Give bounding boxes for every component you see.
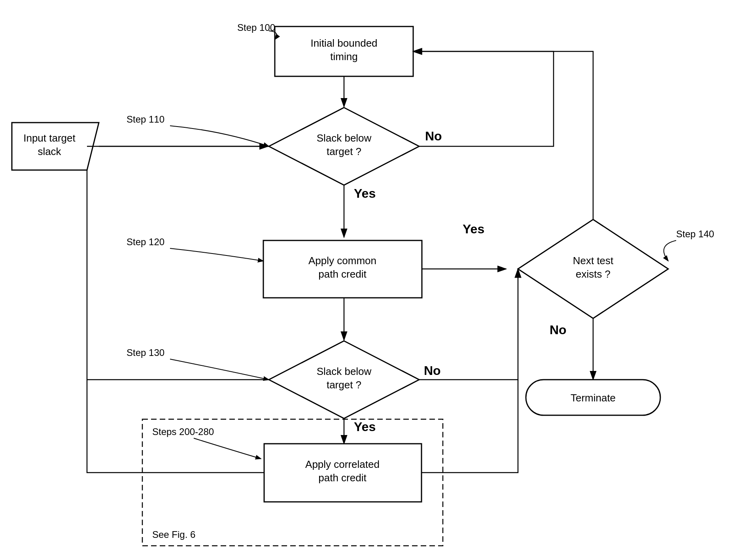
diamond1-label1: Slack below xyxy=(317,132,372,144)
initial-bounded-timing-label2: timing xyxy=(330,51,357,62)
next-test-label1: Next test xyxy=(573,255,614,267)
yes2-label: Yes xyxy=(354,420,376,434)
no3-label: No xyxy=(550,323,567,337)
no1-label: No xyxy=(425,129,442,143)
next-test-label2: exists ? xyxy=(576,268,610,280)
no2-label: No xyxy=(424,363,441,378)
step-140-label: Step 140 xyxy=(676,229,714,239)
yes1-label: Yes xyxy=(354,186,376,201)
step140-arrow xyxy=(664,240,676,261)
initial-bounded-timing-label1: Initial bounded xyxy=(310,37,377,49)
step120-arrow xyxy=(170,248,263,261)
step110-arrow xyxy=(170,126,269,146)
terminate-label: Terminate xyxy=(571,392,616,404)
input-target-slack-label1: Input target xyxy=(23,132,76,144)
diamond2-label2: target ? xyxy=(327,379,361,391)
diagram-container: Initial bounded timing Step 100 Slack be… xyxy=(0,0,739,560)
yes3-label: Yes xyxy=(463,222,484,236)
apply-correlated-label2: path credit xyxy=(318,472,367,484)
step130-arrow xyxy=(170,359,269,380)
apply-correlated-label1: Apply correlated xyxy=(305,458,380,470)
diamond2-label1: Slack below xyxy=(317,365,372,377)
see-fig6-label: See Fig. 6 xyxy=(152,529,195,540)
step-120-label: Step 120 xyxy=(127,236,164,247)
arrow-correlated-to-no2-path xyxy=(421,380,518,473)
step-130-label: Step 130 xyxy=(127,347,164,358)
steps200-280-arrow xyxy=(194,438,261,459)
apply-common-label1: Apply common xyxy=(308,255,376,267)
steps-200-280-label: Steps 200-280 xyxy=(152,426,214,437)
input-target-slack-label2: slack xyxy=(38,146,61,157)
arrow-no2-path xyxy=(419,269,518,380)
diamond1-label2: target ? xyxy=(327,146,361,157)
flowchart-svg: Initial bounded timing Step 100 Slack be… xyxy=(0,0,739,560)
apply-common-label2: path credit xyxy=(318,268,367,280)
step-110-label: Step 110 xyxy=(127,114,164,125)
